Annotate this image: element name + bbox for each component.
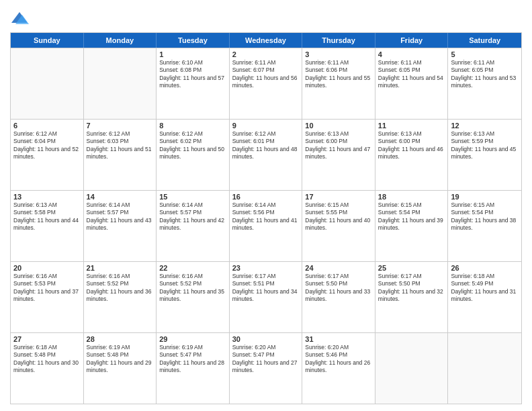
- sunset-text: Sunset: 5:55 PM: [305, 209, 372, 216]
- calendar-cell: 14Sunrise: 6:14 AMSunset: 5:57 PMDayligh…: [84, 191, 157, 261]
- sunrise-text: Sunrise: 6:12 AM: [87, 130, 154, 138]
- calendar-row-3: 13Sunrise: 6:13 AMSunset: 5:58 PMDayligh…: [11, 190, 521, 261]
- calendar-cell: [11, 48, 84, 119]
- calendar-row-5: 27Sunrise: 6:18 AMSunset: 5:48 PMDayligh…: [11, 332, 521, 404]
- calendar-cell: 18Sunrise: 6:15 AMSunset: 5:54 PMDayligh…: [375, 191, 449, 261]
- daylight-text: Daylight: 11 hours and 27 minutes.: [232, 359, 300, 375]
- sunset-text: Sunset: 6:01 PM: [232, 138, 300, 145]
- day-number: 9: [232, 122, 300, 130]
- daylight-text: Daylight: 11 hours and 46 minutes.: [378, 146, 445, 161]
- day-number: 16: [232, 193, 300, 201]
- calendar-cell: 28Sunrise: 6:19 AMSunset: 5:48 PMDayligh…: [84, 333, 157, 404]
- calendar-cell: 24Sunrise: 6:17 AMSunset: 5:50 PMDayligh…: [302, 262, 375, 332]
- sunrise-text: Sunrise: 6:12 AM: [159, 130, 226, 138]
- sunset-text: Sunset: 6:06 PM: [305, 66, 372, 74]
- calendar-cell: 3Sunrise: 6:11 AMSunset: 6:06 PMDaylight…: [302, 48, 375, 119]
- calendar-header: SundayMondayTuesdayWednesdayThursdayFrid…: [11, 33, 521, 48]
- calendar-cell: 21Sunrise: 6:16 AMSunset: 5:52 PMDayligh…: [84, 262, 157, 332]
- sunrise-text: Sunrise: 6:17 AM: [232, 273, 300, 280]
- sunrise-text: Sunrise: 6:15 AM: [451, 201, 519, 209]
- sunset-text: Sunset: 5:53 PM: [13, 280, 81, 287]
- day-number: 20: [13, 264, 81, 272]
- sunrise-text: Sunrise: 6:16 AM: [159, 273, 226, 280]
- calendar-row-1: 1Sunrise: 6:10 AMSunset: 6:08 PMDaylight…: [11, 48, 521, 119]
- day-number: 22: [159, 264, 226, 272]
- header-day-wednesday: Wednesday: [230, 33, 303, 48]
- calendar-body: 1Sunrise: 6:10 AMSunset: 6:08 PMDaylight…: [11, 48, 521, 404]
- sunrise-text: Sunrise: 6:16 AM: [87, 273, 154, 280]
- calendar-cell: 25Sunrise: 6:17 AMSunset: 5:50 PMDayligh…: [375, 262, 449, 332]
- sunrise-text: Sunrise: 6:16 AM: [13, 273, 81, 280]
- sunset-text: Sunset: 6:03 PM: [87, 138, 154, 145]
- daylight-text: Daylight: 11 hours and 56 minutes.: [232, 75, 300, 90]
- day-number: 26: [451, 264, 519, 272]
- header-day-friday: Friday: [375, 33, 449, 48]
- sunset-text: Sunset: 6:05 PM: [378, 66, 445, 74]
- sunset-text: Sunset: 6:05 PM: [451, 66, 519, 74]
- day-number: 15: [159, 193, 226, 201]
- sunset-text: Sunset: 5:52 PM: [87, 280, 154, 287]
- logo-icon: [10, 9, 29, 28]
- sunset-text: Sunset: 5:56 PM: [232, 209, 300, 216]
- header-day-thursday: Thursday: [302, 33, 375, 48]
- sunrise-text: Sunrise: 6:13 AM: [305, 130, 372, 138]
- sunset-text: Sunset: 5:57 PM: [159, 209, 226, 216]
- daylight-text: Daylight: 11 hours and 55 minutes.: [305, 75, 372, 90]
- sunrise-text: Sunrise: 6:13 AM: [13, 201, 81, 209]
- sunset-text: Sunset: 5:48 PM: [13, 351, 81, 359]
- daylight-text: Daylight: 11 hours and 44 minutes.: [13, 217, 81, 232]
- day-number: 30: [232, 335, 300, 343]
- day-number: 4: [378, 50, 445, 58]
- sunrise-text: Sunrise: 6:11 AM: [305, 59, 372, 66]
- day-number: 7: [87, 122, 154, 130]
- sunrise-text: Sunrise: 6:15 AM: [305, 201, 372, 209]
- daylight-text: Daylight: 11 hours and 53 minutes.: [451, 75, 519, 90]
- sunset-text: Sunset: 6:00 PM: [378, 138, 445, 145]
- day-number: 2: [232, 50, 300, 58]
- daylight-text: Daylight: 11 hours and 26 minutes.: [305, 359, 372, 375]
- day-number: 21: [87, 264, 154, 272]
- daylight-text: Daylight: 11 hours and 31 minutes.: [451, 288, 519, 304]
- day-number: 27: [13, 335, 81, 343]
- daylight-text: Daylight: 11 hours and 32 minutes.: [378, 288, 445, 304]
- daylight-text: Daylight: 11 hours and 51 minutes.: [87, 146, 154, 161]
- day-number: 29: [159, 335, 226, 343]
- day-number: 11: [378, 122, 445, 130]
- daylight-text: Daylight: 11 hours and 41 minutes.: [232, 217, 300, 232]
- calendar-cell: 31Sunrise: 6:20 AMSunset: 5:46 PMDayligh…: [302, 333, 375, 404]
- calendar-cell: 11Sunrise: 6:13 AMSunset: 6:00 PMDayligh…: [375, 120, 449, 190]
- sunset-text: Sunset: 5:50 PM: [378, 280, 445, 287]
- calendar-cell: 19Sunrise: 6:15 AMSunset: 5:54 PMDayligh…: [448, 191, 521, 261]
- daylight-text: Daylight: 11 hours and 40 minutes.: [305, 217, 372, 232]
- header-day-monday: Monday: [84, 33, 157, 48]
- sunrise-text: Sunrise: 6:11 AM: [451, 59, 519, 66]
- calendar-cell: 15Sunrise: 6:14 AMSunset: 5:57 PMDayligh…: [157, 191, 230, 261]
- daylight-text: Daylight: 11 hours and 29 minutes.: [87, 359, 154, 375]
- day-number: 28: [87, 335, 154, 343]
- sunrise-text: Sunrise: 6:20 AM: [232, 344, 300, 351]
- sunrise-text: Sunrise: 6:15 AM: [378, 201, 445, 209]
- sunset-text: Sunset: 6:07 PM: [232, 66, 300, 74]
- calendar-cell: 10Sunrise: 6:13 AMSunset: 6:00 PMDayligh…: [302, 120, 375, 190]
- calendar-cell: 9Sunrise: 6:12 AMSunset: 6:01 PMDaylight…: [230, 120, 303, 190]
- sunset-text: Sunset: 5:48 PM: [87, 351, 154, 359]
- sunrise-text: Sunrise: 6:13 AM: [378, 130, 445, 138]
- sunset-text: Sunset: 6:08 PM: [159, 66, 226, 74]
- sunset-text: Sunset: 5:54 PM: [451, 209, 519, 216]
- calendar-row-2: 6Sunrise: 6:12 AMSunset: 6:04 PMDaylight…: [11, 119, 521, 190]
- calendar-cell: [448, 333, 521, 404]
- logo: [10, 9, 32, 28]
- header-day-sunday: Sunday: [11, 33, 84, 48]
- day-number: 25: [378, 264, 445, 272]
- sunrise-text: Sunrise: 6:14 AM: [232, 201, 300, 209]
- sunset-text: Sunset: 5:52 PM: [159, 280, 226, 287]
- sunset-text: Sunset: 5:51 PM: [232, 280, 300, 287]
- day-number: 10: [305, 122, 372, 130]
- daylight-text: Daylight: 11 hours and 42 minutes.: [159, 217, 226, 232]
- sunset-text: Sunset: 5:47 PM: [159, 351, 226, 359]
- sunset-text: Sunset: 6:00 PM: [305, 138, 372, 145]
- calendar-cell: 6Sunrise: 6:12 AMSunset: 6:04 PMDaylight…: [11, 120, 84, 190]
- day-number: 31: [305, 335, 372, 343]
- calendar-cell: 13Sunrise: 6:13 AMSunset: 5:58 PMDayligh…: [11, 191, 84, 261]
- sunrise-text: Sunrise: 6:11 AM: [232, 59, 300, 66]
